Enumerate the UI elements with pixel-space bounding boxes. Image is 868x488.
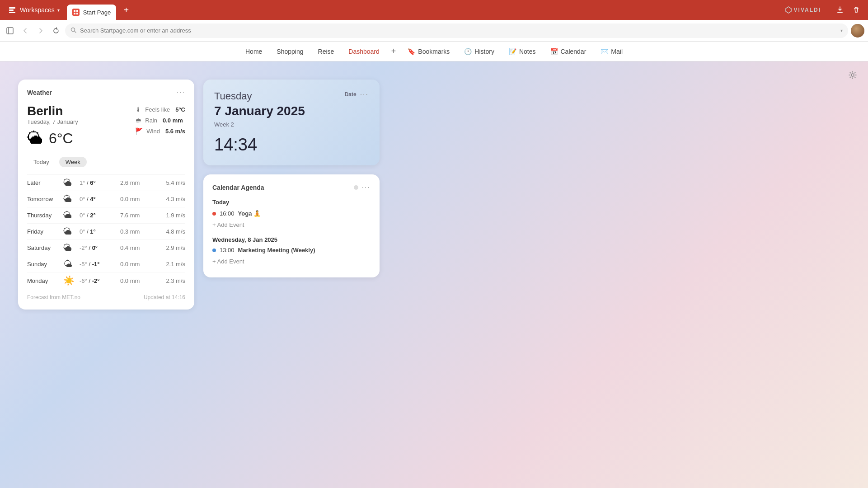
nav-item-shopping[interactable]: Shopping	[270, 44, 310, 59]
forecast-temps: 0° / 2°	[80, 212, 120, 219]
address-dropdown-icon[interactable]: ▾	[840, 28, 843, 33]
date-week: Week 2	[214, 121, 305, 128]
forecast-low: 1°	[80, 179, 85, 186]
add-event-today-label: + Add Event	[212, 221, 244, 228]
add-event-today-button[interactable]: + Add Event	[212, 220, 371, 230]
vivaldi-logo-text: VIVALDI	[794, 7, 821, 13]
svg-rect-3	[76, 13, 78, 14]
bookmarks-icon: 🔖	[408, 48, 415, 55]
trash-icon[interactable]	[850, 4, 863, 16]
forecast-day: Later	[27, 179, 63, 186]
address-input-wrap[interactable]: ▾	[65, 23, 848, 38]
forward-button[interactable]	[34, 24, 47, 37]
calendar-card-menu[interactable]: ···	[362, 183, 371, 192]
svg-rect-4	[837, 12, 843, 13]
sidebar-toggle-button[interactable]	[4, 24, 16, 37]
weather-main: Berlin Tuesday, 7 January 🌥 6°C 🌡 Feels …	[27, 104, 185, 148]
date-card-content: Tuesday 7 January 2025 Week 2 14:34	[214, 90, 305, 155]
forecast-rain: 7.6 mm	[120, 212, 152, 219]
forecast-row: Saturday 🌥 -2° / 0° 0.4 mm 2.9 m/s	[27, 239, 185, 256]
forecast-icon: 🌤	[63, 259, 80, 269]
cal-wednesday-date: 8 Jan 2025	[248, 236, 277, 243]
settings-gear-button[interactable]	[846, 69, 859, 81]
calendar-collapse-btn[interactable]	[354, 185, 358, 190]
reload-button[interactable]	[50, 24, 62, 37]
right-column: Tuesday 7 January 2025 Week 2 14:34 Date…	[203, 80, 380, 277]
forecast-rain: 0.0 mm	[120, 277, 152, 284]
main-content: Weather ··· Berlin Tuesday, 7 January 🌥 …	[0, 61, 868, 488]
calendar-card-title: Calendar Agenda	[212, 184, 264, 191]
nav-shopping-label: Shopping	[277, 48, 303, 55]
date-card-menu[interactable]: ···	[360, 90, 369, 99]
notes-icon: 📝	[509, 48, 516, 55]
weather-card-menu[interactable]: ···	[177, 89, 185, 97]
weather-footer: Forecast from MET.no Updated at 14:16	[27, 294, 185, 300]
forecast-high: 2°	[90, 212, 95, 219]
calendar-event-marketing: 13:00 Marketing Meeting (Weekly)	[212, 247, 371, 253]
address-bar: ▾	[0, 20, 868, 42]
forecast-wind: 2.9 m/s	[152, 244, 185, 251]
forecast-rain: 0.0 mm	[120, 196, 152, 202]
nav-add-button[interactable]: +	[388, 43, 400, 60]
chevron-down-icon: ▾	[57, 8, 60, 13]
svg-line-8	[75, 31, 76, 33]
nav-item-dashboard[interactable]: Dashboard	[342, 44, 386, 59]
nav-item-reise[interactable]: Reise	[312, 44, 341, 59]
date-time: 14:34	[214, 135, 305, 155]
svg-rect-1	[76, 10, 78, 12]
add-event-wednesday-button[interactable]: + Add Event	[212, 256, 371, 267]
forecast-low: -5°	[80, 261, 87, 267]
active-tab[interactable]: Start Page	[67, 5, 116, 20]
forecast-low: 0°	[80, 228, 85, 235]
forecast-day: Saturday	[27, 244, 63, 251]
mail-icon: ✉️	[601, 48, 608, 55]
forecast-high: 1°	[90, 228, 95, 235]
weather-tab-today[interactable]: Today	[27, 157, 56, 167]
forecast-rain: 0.3 mm	[120, 228, 152, 235]
forecast-temps: 0° / 1°	[80, 228, 120, 235]
calendar-event-yoga: 16:00 Yoga 🧘	[212, 210, 371, 217]
yoga-event-title: Yoga 🧘	[238, 210, 261, 217]
weather-forecast: Later 🌥 1° / 6° 2.6 mm 5.4 m/s Tomorrow …	[27, 174, 185, 289]
nav-mail-label: Mail	[611, 48, 623, 55]
calendar-card: Calendar Agenda ··· Today 16:00 Yoga 🧘 +…	[203, 174, 380, 277]
forecast-row: Later 🌥 1° / 6° 2.6 mm 5.4 m/s	[27, 174, 185, 191]
weather-card: Weather ··· Berlin Tuesday, 7 January 🌥 …	[18, 80, 194, 310]
nav-item-history[interactable]: 🕐 History	[458, 44, 501, 59]
nav-item-calendar[interactable]: 📅 Calendar	[544, 44, 593, 59]
workspaces-button[interactable]: Workspaces ▾	[5, 4, 63, 16]
marketing-event-time: 13:00	[220, 247, 235, 253]
forecast-row: Thursday 🌥 0° / 2° 7.6 mm 1.9 m/s	[27, 207, 185, 223]
weather-tab-week[interactable]: Week	[59, 157, 87, 167]
nav-item-mail[interactable]: ✉️ Mail	[594, 44, 629, 59]
rain-value: 0.0 mm	[163, 117, 183, 124]
svg-rect-5	[7, 28, 13, 34]
forecast-rain: 2.6 mm	[120, 179, 152, 186]
forecast-icon: 🌥	[63, 243, 80, 253]
forecast-low: 0°	[80, 212, 85, 219]
nav-item-home[interactable]: Home	[239, 44, 268, 59]
forecast-temps: 1° / 6°	[80, 179, 120, 186]
download-icon[interactable]	[834, 4, 846, 16]
avatar[interactable]	[851, 24, 864, 38]
new-tab-button[interactable]: +	[120, 4, 132, 16]
forecast-row: Friday 🌥 0° / 1° 0.3 mm 4.8 m/s	[27, 223, 185, 239]
weather-city: Berlin	[27, 104, 78, 118]
tab-bar-right: VIVALDI	[785, 4, 863, 16]
nav-item-notes[interactable]: 📝 Notes	[502, 44, 542, 59]
date-card-title: Date	[345, 90, 357, 98]
back-button[interactable]	[19, 24, 32, 37]
date-weekday: Tuesday	[214, 90, 305, 102]
rain-label: Rain	[145, 117, 157, 124]
forecast-high: 4°	[90, 196, 95, 202]
forecast-temps: 0° / 4°	[80, 196, 120, 202]
forecast-day: Friday	[27, 228, 63, 235]
vivaldi-logo: VIVALDI	[785, 6, 821, 14]
nav-item-bookmarks[interactable]: 🔖 Bookmarks	[401, 44, 456, 59]
weather-card-header: Weather ···	[27, 89, 185, 97]
rain-icon: 🌧	[135, 117, 141, 124]
weather-rain-row: 🌧 Rain 0.0 mm	[135, 117, 185, 124]
address-input[interactable]	[80, 27, 837, 34]
forecast-rain: 0.4 mm	[120, 244, 152, 251]
forecast-rain: 0.0 mm	[120, 261, 152, 267]
